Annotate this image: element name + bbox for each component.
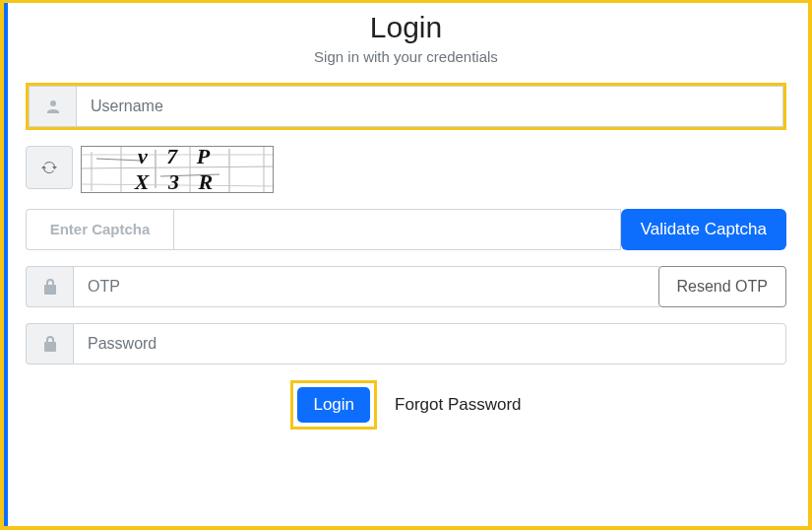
captcha-text: v 7 P X 3 R (130, 146, 225, 193)
refresh-icon (41, 160, 57, 175)
page-title: Login (26, 11, 786, 44)
username-input[interactable] (76, 86, 783, 127)
validate-captcha-button[interactable]: Validate Captcha (621, 209, 786, 250)
captcha-image: v 7 P X 3 R (81, 146, 274, 193)
password-input[interactable] (73, 323, 786, 364)
login-highlight-frame: Login (290, 380, 377, 430)
lock-icon (26, 323, 73, 364)
username-highlight-frame (26, 83, 786, 130)
forgot-password-link[interactable]: Forgot Password (395, 395, 522, 415)
otp-input[interactable] (73, 266, 659, 307)
captcha-input[interactable] (173, 209, 621, 250)
page-subtitle: Sign in with your credentials (26, 48, 786, 65)
user-icon (29, 86, 76, 127)
lock-icon (26, 266, 73, 307)
resend-otp-button[interactable]: Resend OTP (658, 266, 786, 307)
login-button[interactable]: Login (297, 387, 370, 423)
refresh-captcha-button[interactable] (26, 146, 73, 189)
enter-captcha-label: Enter Captcha (26, 209, 173, 250)
